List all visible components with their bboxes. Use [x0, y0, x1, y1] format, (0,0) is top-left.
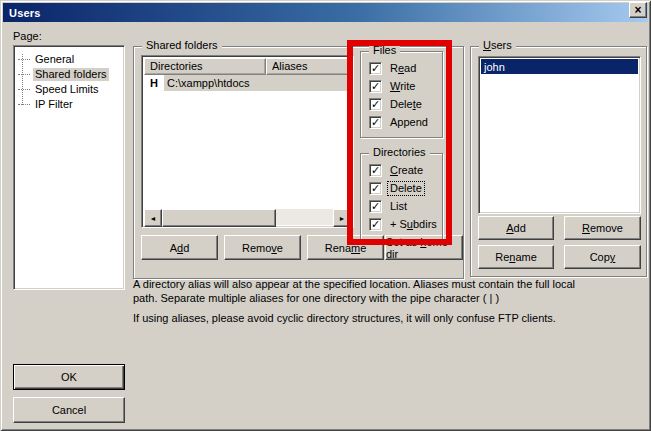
- window-title: Users: [3, 7, 41, 19]
- checkbox-row-append[interactable]: ✓ Append: [369, 115, 430, 129]
- alias-help-line-2: path. Separate multiple aliases for one …: [133, 291, 645, 305]
- tree-item-ip-filter[interactable]: IP Filter: [18, 97, 75, 112]
- check-icon: ✓: [371, 165, 380, 176]
- scrollbar-track[interactable]: [276, 209, 333, 225]
- arrow-left-icon: ◄: [150, 215, 157, 222]
- checkbox-row-read[interactable]: ✓ Read: [369, 61, 418, 75]
- check-icon: ✓: [371, 117, 380, 128]
- list-checkbox[interactable]: ✓: [369, 200, 382, 213]
- tree-item-speed-limits[interactable]: Speed Limits: [18, 82, 101, 97]
- users-dialog: Users × Page: General Shared folders Spe…: [0, 0, 651, 431]
- write-checkbox[interactable]: ✓: [369, 80, 382, 93]
- check-icon: ✓: [371, 183, 380, 194]
- check-icon: ✓: [371, 201, 380, 212]
- scrollbar-thumb[interactable]: [162, 209, 276, 227]
- title-bar[interactable]: Users: [3, 3, 648, 22]
- tree-connector: [18, 59, 30, 61]
- add-user-button[interactable]: Add: [478, 216, 554, 240]
- read-checkbox[interactable]: ✓: [369, 62, 382, 75]
- delete-file-checkbox[interactable]: ✓: [369, 98, 382, 111]
- users-group: Users john Add Remove Rename Copy: [470, 46, 647, 277]
- remove-user-button[interactable]: Remove: [564, 216, 641, 240]
- column-header-aliases[interactable]: Aliases: [266, 58, 351, 75]
- column-header-directories[interactable]: Directories: [144, 58, 266, 75]
- users-list[interactable]: john: [478, 56, 641, 214]
- users-group-title: Users: [479, 39, 516, 52]
- check-icon: ✓: [371, 81, 380, 92]
- alias-help-line-3: If using aliases, please avoid cyclic di…: [133, 311, 645, 325]
- checkbox-row-subdirs[interactable]: ✓ + Subdirs: [369, 217, 439, 231]
- check-icon: ✓: [371, 219, 380, 230]
- delete-dir-checkbox[interactable]: ✓: [369, 182, 382, 195]
- directories-group-title: Directories: [369, 146, 430, 159]
- directories-list-header: Directories Aliases: [144, 58, 351, 75]
- close-icon: ×: [634, 5, 641, 15]
- directory-path: C:\xampp\htdocs: [164, 75, 351, 91]
- rename-user-button[interactable]: Rename: [478, 245, 554, 269]
- horizontal-scrollbar[interactable]: ◄ ►: [144, 209, 351, 225]
- copy-user-button[interactable]: Copy: [564, 245, 641, 269]
- cancel-button[interactable]: Cancel: [13, 397, 125, 423]
- user-row-john[interactable]: john: [481, 59, 638, 74]
- scroll-left-button[interactable]: ◄: [144, 209, 162, 227]
- alias-help-line-1: A directory alias will also appear at th…: [133, 277, 645, 291]
- shared-folders-group-title: Shared folders: [142, 39, 222, 52]
- page-tree[interactable]: General Shared folders Speed Limits IP F…: [13, 45, 125, 290]
- close-button[interactable]: ×: [629, 2, 647, 18]
- checkbox-row-write[interactable]: ✓ Write: [369, 79, 417, 93]
- tree-connector: [18, 74, 30, 76]
- home-flag: H: [144, 77, 164, 89]
- ok-button[interactable]: OK: [13, 364, 125, 390]
- tree-connector: [18, 89, 30, 91]
- check-icon: ✓: [371, 63, 380, 74]
- checkbox-row-create[interactable]: ✓ Create: [369, 163, 425, 177]
- directory-row[interactable]: H C:\xampp\htdocs: [144, 75, 351, 91]
- check-icon: ✓: [371, 99, 380, 110]
- directories-list[interactable]: Directories Aliases H C:\xampp\htdocs ◄ …: [141, 55, 354, 228]
- scroll-right-button[interactable]: ►: [333, 209, 351, 227]
- tree-item-general[interactable]: General: [18, 52, 76, 67]
- checkbox-row-delete-file[interactable]: ✓ Delete: [369, 97, 424, 111]
- tree-item-shared-folders[interactable]: Shared folders: [18, 67, 109, 82]
- files-group: Files ✓ Read ✓ Write ✓ Delete ✓ Append: [360, 51, 443, 138]
- files-group-title: Files: [369, 44, 400, 57]
- append-checkbox[interactable]: ✓: [369, 116, 382, 129]
- checkbox-row-delete-dir[interactable]: ✓ Delete: [369, 181, 424, 195]
- add-directory-button[interactable]: Add: [141, 235, 218, 260]
- remove-directory-button[interactable]: Remove: [224, 235, 301, 260]
- page-label: Page:: [13, 30, 42, 42]
- directories-group: Directories ✓ Create ✓ Delete ✓ List ✓ +…: [360, 153, 443, 240]
- alias-help-text: A directory alias will also appear at th…: [133, 277, 645, 325]
- subdirs-checkbox[interactable]: ✓: [369, 218, 382, 231]
- arrow-right-icon: ►: [339, 215, 346, 222]
- checkbox-row-list[interactable]: ✓ List: [369, 199, 409, 213]
- tree-connector: [18, 104, 30, 106]
- create-checkbox[interactable]: ✓: [369, 164, 382, 177]
